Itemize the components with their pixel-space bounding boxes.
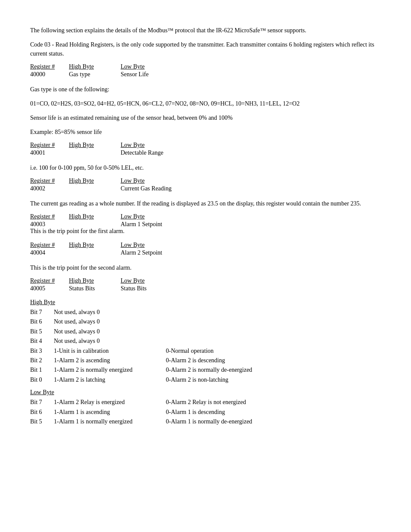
gas-type-note1: Gas type is one of the following: (30, 85, 381, 94)
bit-desc1: 1-Alarm 2 is latching (54, 375, 166, 385)
reg-high-5: Status Bits (69, 285, 121, 292)
col-header-low-1: Low Byte (121, 142, 207, 149)
high-byte-label: High Byte (30, 299, 55, 306)
bit-desc1: Not used, always 0 (54, 308, 166, 317)
bit-label: Bit 1 (30, 365, 54, 375)
col-header-low-2: Low Byte (121, 177, 207, 184)
bit-label: Bit 4 (30, 336, 54, 346)
high-byte-bit-table: Bit 7 Not used, always 0 Bit 6 Not used,… (30, 308, 381, 385)
bit-label: Bit 6 (30, 408, 54, 417)
bit-label: Bit 0 (30, 375, 54, 385)
reg-low-2: Current Gas Reading (121, 185, 207, 192)
reg-num-0: 40000 (30, 71, 69, 78)
col-header-high-3: High Byte (69, 213, 121, 220)
bit-desc2 (166, 336, 278, 346)
bit-desc1: 1-Alarm 1 is normally energized (54, 417, 166, 426)
bit-desc1: Not used, always 0 (54, 327, 166, 336)
reg-high-2 (69, 185, 121, 192)
bit-desc2: 0-Alarm 2 Relay is not energized (166, 398, 278, 407)
col-header-low-0: Low Byte (121, 63, 207, 70)
low-byte-bit-row: Bit 6 1-Alarm 1 is ascending 0-Alarm 1 i… (30, 408, 381, 417)
sensor-life-note2: Example: 85=85% sensor life (30, 128, 381, 137)
col-header-high-4: High Byte (69, 242, 121, 249)
low-byte-bit-table: Bit 7 1-Alarm 2 Relay is energized 0-Ala… (30, 398, 381, 426)
bit-desc1: 1-Alarm 2 is ascending (54, 356, 166, 365)
alarm2-trip-note: This is the trip point for the second al… (30, 263, 381, 272)
high-byte-bit-row: Bit 2 1-Alarm 2 is ascending 0-Alarm 2 i… (30, 356, 381, 365)
bit-desc2 (166, 327, 278, 336)
reg-low-1: Detectable Range (121, 149, 207, 156)
reg-num-2: 40002 (30, 185, 69, 192)
bit-label: Bit 5 (30, 417, 54, 426)
register-40000: Register # High Byte Low Byte 40000 Gas … (30, 63, 381, 78)
low-byte-bit-row: Bit 7 1-Alarm 2 Relay is energized 0-Ala… (30, 398, 381, 407)
bit-label: Bit 7 (30, 308, 54, 317)
col-header-reg-4: Register # (30, 242, 69, 249)
low-byte-label: Low Byte (30, 389, 54, 396)
bit-desc2: 0-Normal operation (166, 346, 278, 356)
reg-high-3 (69, 221, 121, 228)
detectable-range-note: i.e. 100 for 0-100 ppm, 50 for 0-50% LEL… (30, 163, 381, 172)
col-header-reg-5: Register # (30, 277, 69, 284)
alarm1-trip-note: This is the trip point for the first ala… (30, 228, 381, 235)
col-header-reg-3: Register # (30, 213, 69, 220)
col-header-low-3: Low Byte (121, 213, 207, 220)
high-byte-bit-row: Bit 5 Not used, always 0 (30, 327, 381, 336)
col-header-high-2: High Byte (69, 177, 121, 184)
register-40004: Register # High Byte Low Byte 40004 Alar… (30, 242, 381, 256)
high-byte-bit-row: Bit 3 1-Unit is in calibration 0-Normal … (30, 346, 381, 356)
register-40003: Register # High Byte Low Byte 40003 Alar… (30, 213, 381, 235)
sensor-life-note1: Sensor life is an estimated remaining us… (30, 113, 381, 122)
bit-label: Bit 5 (30, 327, 54, 336)
col-header-high-0: High Byte (69, 63, 121, 70)
reg-high-0: Gas type (69, 71, 121, 78)
low-byte-section: Low Byte Bit 7 1-Alarm 2 Relay is energi… (30, 389, 381, 426)
bit-desc1: 1-Alarm 1 is ascending (54, 408, 166, 417)
bit-desc1: 1-Alarm 2 is normally energized (54, 365, 166, 375)
bit-desc2: 0-Alarm 1 is descending (166, 408, 278, 417)
reg-num-5: 40005 (30, 285, 69, 292)
bit-label: Bit 3 (30, 346, 54, 356)
bit-desc2: 0-Alarm 2 is non-latching (166, 375, 278, 385)
register-40005: Register # High Byte Low Byte 40005 Stat… (30, 277, 381, 292)
register-40002: Register # High Byte Low Byte 40002 Curr… (30, 177, 381, 192)
high-byte-bit-row: Bit 7 Not used, always 0 (30, 308, 381, 317)
bit-desc1: Not used, always 0 (54, 317, 166, 327)
high-byte-bit-row: Bit 0 1-Alarm 2 is latching 0-Alarm 2 is… (30, 375, 381, 385)
bit-label: Bit 2 (30, 356, 54, 365)
col-header-reg-1: Register # (30, 142, 69, 149)
col-header-reg-0: Register # (30, 63, 69, 70)
high-byte-bit-row: Bit 4 Not used, always 0 (30, 336, 381, 346)
high-byte-bit-row: Bit 1 1-Alarm 2 is normally energized 0-… (30, 365, 381, 375)
bit-label: Bit 6 (30, 317, 54, 327)
reg-num-3: 40003 (30, 221, 69, 228)
bit-desc2: 0-Alarm 2 is descending (166, 356, 278, 365)
reg-low-0: Sensor Life (121, 71, 207, 78)
reg-low-4: Alarm 2 Setpoint (121, 249, 207, 256)
bit-desc1: 1-Alarm 2 Relay is energized (54, 398, 166, 407)
reg-num-1: 40001 (30, 149, 69, 156)
bit-desc2 (166, 317, 278, 327)
reg-high-1 (69, 149, 121, 156)
col-header-high-5: High Byte (69, 277, 121, 284)
high-byte-section: High Byte Bit 7 Not used, always 0 Bit 6… (30, 299, 381, 385)
reg-num-4: 40004 (30, 249, 69, 256)
bit-label: Bit 7 (30, 398, 54, 407)
gas-type-note2: 01=CO, 02=H2S, 03=SO2, 04=H2, 05=HCN, 06… (30, 99, 381, 108)
register-40001: Register # High Byte Low Byte 40001 Dete… (30, 142, 381, 156)
high-byte-bit-row: Bit 6 Not used, always 0 (30, 317, 381, 327)
col-header-low-4: Low Byte (121, 242, 207, 249)
intro-para1: The following section explains the detai… (30, 26, 381, 35)
bit-desc2: 0-Alarm 1 is normally de-energized (166, 417, 278, 426)
bit-desc1: Not used, always 0 (54, 336, 166, 346)
intro-para2: Code 03 - Read Holding Registers, is the… (30, 40, 381, 58)
reg-low-5: Status Bits (121, 285, 207, 292)
bit-desc1: 1-Unit is in calibration (54, 346, 166, 356)
reg-low-3: Alarm 1 Setpoint (121, 221, 207, 228)
col-header-low-5: Low Byte (121, 277, 207, 284)
current-gas-note: The current gas reading as a whole numbe… (30, 199, 381, 208)
bit-desc2 (166, 308, 278, 317)
low-byte-bit-row: Bit 5 1-Alarm 1 is normally energized 0-… (30, 417, 381, 426)
col-header-reg-2: Register # (30, 177, 69, 184)
reg-high-4 (69, 249, 121, 256)
